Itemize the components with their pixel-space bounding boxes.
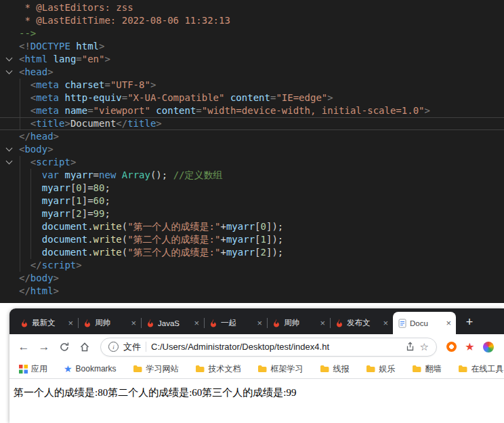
code-line[interactable]: </body>: [0, 272, 504, 285]
refresh-button[interactable]: [54, 337, 75, 357]
code-text: * @LastEditTime: 2022-08-06 11:32:13: [18, 14, 230, 27]
gutter: [0, 272, 18, 285]
code-line[interactable]: document.write("第三个人的成绩是:"+myarr[2]);: [0, 246, 504, 259]
new-tab-button[interactable]: +: [460, 313, 479, 331]
bookmarks-shortcut[interactable]: ★ Bookmarks: [64, 364, 117, 374]
code-text: </html>: [18, 285, 59, 298]
fold-chevron-icon[interactable]: [0, 143, 18, 156]
browser-tab[interactable]: Docu×: [393, 312, 456, 334]
bookmark-folder-label: 学习网站: [146, 363, 179, 375]
bookmark-folder-label: 线报: [333, 363, 350, 375]
tab-close-icon[interactable]: ×: [194, 319, 199, 327]
bookmark-folder[interactable]: 在线工具: [458, 363, 504, 375]
fold-chevron-icon[interactable]: [0, 66, 18, 79]
code-line[interactable]: </script>: [0, 259, 504, 272]
folder-icon: [133, 365, 143, 373]
gutter: [0, 92, 18, 104]
tab-close-icon[interactable]: ×: [320, 319, 325, 327]
code-text: * @LastEditors: zss: [18, 1, 133, 14]
code-text: var myarr=new Array(); //定义数组: [18, 169, 223, 182]
code-line[interactable]: <meta name="viewport" content="width=dev…: [0, 104, 504, 117]
tab-close-icon[interactable]: ×: [383, 319, 388, 327]
code-text: document.write("第三个人的成绩是:"+myarr[2]);: [18, 246, 283, 259]
fold-chevron-icon[interactable]: [0, 156, 18, 169]
extension-orange-circle-icon[interactable]: [442, 338, 461, 356]
bookmark-folder[interactable]: 翻墙: [412, 363, 442, 375]
address-bar[interactable]: i 文件 C:/Users/Administrator/Desktop/test…: [100, 338, 437, 357]
code-line[interactable]: * @LastEditTime: 2022-08-06 11:32:13: [0, 14, 504, 27]
tab-close-icon[interactable]: ×: [68, 319, 73, 327]
flame-favicon-icon: [272, 319, 280, 328]
tab-strip: 最新文×周帅×JavaS×一起×周帅×发布文×Docu×+: [9, 308, 504, 334]
code-line[interactable]: myarr[2]=99;: [0, 207, 504, 220]
code-text: <html lang="en">: [18, 53, 110, 66]
code-line[interactable]: </head>: [0, 130, 504, 143]
bookmark-star-icon[interactable]: ☆: [420, 341, 429, 353]
code-line[interactable]: <body>: [0, 143, 504, 156]
bookmark-folder[interactable]: 框架学习: [257, 363, 303, 375]
gutter: [0, 182, 18, 195]
bookmark-folder[interactable]: 技术文档: [195, 363, 241, 375]
bookmark-folder[interactable]: 学习网站: [133, 363, 179, 375]
code-line[interactable]: var myarr=new Array(); //定义数组: [0, 169, 504, 182]
apps-shortcut[interactable]: 应用: [19, 363, 47, 375]
code-line[interactable]: <title>Document</title>: [0, 117, 504, 130]
code-line[interactable]: myarr[1]=60;: [0, 195, 504, 207]
code-line[interactable]: <html lang="en">: [0, 53, 504, 66]
code-text: <title>Document</title>: [18, 117, 162, 130]
bookmark-folder-label: 翻墙: [425, 363, 442, 375]
code-line[interactable]: <meta charset="UTF-8">: [0, 79, 504, 92]
flame-favicon-icon: [20, 319, 28, 328]
fold-chevron-icon[interactable]: [0, 53, 18, 66]
gutter: [0, 1, 18, 14]
code-line[interactable]: * @LastEditors: zss: [0, 1, 504, 14]
code-line[interactable]: </html>: [0, 285, 504, 298]
bookmark-folder-label: 框架学习: [271, 363, 303, 375]
gutter: [0, 195, 18, 207]
code-line[interactable]: <meta http-equiv="X-UA-Compatible" conte…: [0, 92, 504, 104]
bookmark-folder-label: 在线工具: [471, 363, 504, 375]
tab-close-icon[interactable]: ×: [257, 319, 262, 327]
browser-tab[interactable]: 发布文×: [330, 312, 393, 334]
tab-close-icon[interactable]: ×: [446, 319, 451, 327]
code-text: document.write("第二个人的成绩是:"+myarr[1]);: [18, 233, 283, 246]
share-icon[interactable]: [405, 342, 415, 352]
gutter: [0, 220, 18, 233]
code-text: -->: [18, 27, 36, 40]
browser-tab[interactable]: 周帅×: [267, 312, 330, 334]
browser-tab[interactable]: 一起×: [204, 312, 267, 334]
code-line[interactable]: <head>: [0, 66, 504, 79]
gutter: [0, 259, 18, 272]
code-line[interactable]: -->: [0, 27, 504, 40]
browser-window: 最新文×周帅×JavaS×一起×周帅×发布文×Docu×+ ← → i 文件: [9, 308, 504, 423]
code-line[interactable]: myarr[0]=80;: [0, 182, 504, 195]
tab-close-icon[interactable]: ×: [131, 319, 136, 327]
extension-rainbow-circle-icon[interactable]: [479, 338, 497, 356]
bookmark-folder[interactable]: 娱乐: [366, 363, 396, 375]
gutter: [0, 40, 18, 53]
tab-label: JavaS: [158, 319, 190, 327]
forward-button[interactable]: →: [34, 337, 54, 357]
page-info-icon[interactable]: i: [108, 342, 119, 352]
code-line[interactable]: document.write("第一个人的成绩是:"+myarr[0]);: [0, 220, 504, 233]
browser-tab[interactable]: JavaS×: [141, 312, 204, 334]
browser-tab[interactable]: 周帅×: [78, 312, 141, 334]
back-button[interactable]: ←: [14, 337, 34, 357]
code-line[interactable]: <script>: [0, 156, 504, 169]
bookmarks-bar: 应用 ★ Bookmarks 学习网站技术文档框架学习线报娱乐翻墙在线工具: [9, 359, 504, 379]
code-line[interactable]: <!DOCTYPE html>: [0, 40, 504, 53]
extension-red-star-icon[interactable]: ★: [461, 338, 479, 356]
code-editor[interactable]: * @LastEditors: zss * @LastEditTime: 202…: [0, 0, 504, 303]
flame-favicon-icon: [146, 319, 154, 328]
home-button[interactable]: [75, 337, 95, 357]
bookmark-folder[interactable]: 线报: [320, 363, 350, 375]
url-text[interactable]: C:/Users/Administrator/Desktop/test/inde…: [151, 342, 400, 352]
gutter: [0, 207, 18, 220]
folder-icon: [366, 365, 376, 373]
code-text: <meta charset="UTF-8">: [18, 79, 156, 92]
code-line[interactable]: document.write("第二个人的成绩是:"+myarr[1]);: [0, 233, 504, 246]
browser-toolbar: ← → i 文件 C:/Users/Administrator/Desktop/…: [9, 334, 504, 359]
home-icon: [79, 342, 90, 352]
code-text: <body>: [18, 143, 54, 156]
browser-tab[interactable]: 最新文×: [15, 312, 78, 334]
